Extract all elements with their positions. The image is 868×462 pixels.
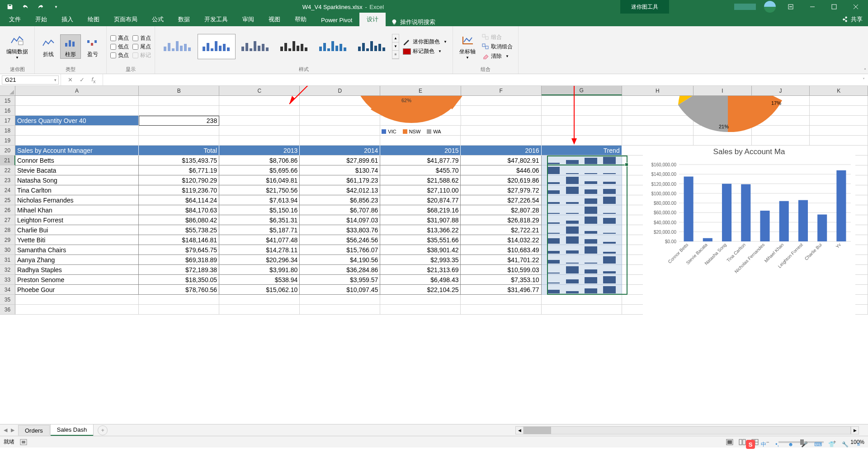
share-button[interactable]: 共享 — [842, 15, 863, 24]
manager-name[interactable]: Tina Carlton — [15, 185, 139, 195]
row-header-28[interactable]: 28 — [0, 225, 15, 235]
tab-power-pivot[interactable]: Power Pivot — [314, 14, 359, 26]
manager-2015[interactable]: $21,588.62 — [380, 175, 461, 185]
manager-name[interactable]: Leighton Forrest — [15, 215, 139, 225]
save-button[interactable] — [4, 1, 16, 12]
cell-E36[interactable] — [380, 305, 461, 315]
minimize-button[interactable] — [802, 0, 823, 14]
last-point-checkbox[interactable]: 尾点 — [132, 43, 151, 51]
manager-2014[interactable]: $4,190.56 — [300, 255, 380, 265]
tray-emoji-icon[interactable]: ☻ — [786, 439, 796, 449]
style-item-6[interactable] — [353, 34, 391, 59]
row-header-15[interactable]: 15 — [0, 96, 15, 106]
column-header-C[interactable]: C — [219, 86, 300, 95]
manager-2014[interactable]: $14,097.03 — [300, 215, 380, 225]
tab-insert[interactable]: 插入 — [54, 13, 80, 26]
edit-data-button[interactable]: 编辑数据 ▼ — [4, 32, 31, 61]
manager-2013[interactable]: $20,296.34 — [219, 255, 300, 265]
enter-formula-button[interactable]: ✓ — [76, 76, 87, 83]
user-avatar[interactable] — [764, 1, 776, 13]
manager-2014[interactable]: $6,856.23 — [300, 195, 380, 205]
manager-2015[interactable]: $20,874.77 — [380, 195, 461, 205]
manager-name[interactable]: Yvette Biti — [15, 235, 139, 245]
manager-2015[interactable]: $41,877.79 — [380, 156, 461, 165]
cell-F35[interactable] — [461, 295, 541, 305]
redo-button[interactable] — [34, 1, 47, 12]
style-item-2[interactable] — [198, 34, 236, 59]
manager-total[interactable]: $55,738.25 — [139, 225, 219, 235]
tab-home[interactable]: 开始 — [28, 13, 54, 26]
manager-2015[interactable]: $38,901.42 — [380, 245, 461, 255]
manager-2016[interactable]: $26,818.29 — [461, 215, 541, 225]
table-header-1[interactable]: Total — [139, 146, 219, 156]
row-header-18[interactable]: 18 — [0, 126, 15, 136]
column-header-A[interactable]: A — [15, 86, 139, 95]
cell-D35[interactable] — [300, 295, 380, 305]
sparkline-color-button[interactable]: 迷你图颜色▼ — [401, 38, 449, 46]
gallery-scroll[interactable]: ▲▼≡ — [392, 34, 399, 59]
undo-button[interactable] — [19, 1, 32, 12]
manager-total[interactable]: $119,236.70 — [139, 185, 219, 195]
sparkline-cell[interactable] — [542, 195, 622, 205]
manager-2015[interactable]: $31,907.88 — [380, 215, 461, 225]
manager-name[interactable]: Nicholas Fernandes — [15, 195, 139, 205]
manager-2016[interactable]: $10,599.03 — [461, 265, 541, 275]
row-header-36[interactable]: 36 — [0, 305, 15, 315]
cell-B35[interactable] — [139, 295, 219, 305]
manager-total[interactable]: $84,170.63 — [139, 205, 219, 215]
tab-page-layout[interactable]: 页面布局 — [107, 13, 145, 26]
tab-nav[interactable]: ◀▶ — [0, 427, 18, 433]
table-header-2[interactable]: 2013 — [219, 146, 300, 156]
sparkline-cell[interactable] — [542, 285, 622, 295]
manager-2015[interactable]: $22,104.25 — [380, 285, 461, 295]
manager-2016[interactable]: $446.06 — [461, 165, 541, 175]
manager-2013[interactable]: $14,278.11 — [219, 245, 300, 255]
row-header-34[interactable]: 34 — [0, 285, 15, 295]
first-point-checkbox[interactable]: 首点 — [132, 34, 151, 42]
sheet-tab-sales-dash[interactable]: Sales Dash — [50, 424, 94, 436]
cell-B19[interactable] — [139, 136, 219, 146]
manager-2016[interactable]: $2,722.21 — [461, 225, 541, 235]
style-item-3[interactable] — [236, 34, 274, 59]
cell-A15[interactable] — [15, 96, 139, 106]
column-header-G[interactable]: G — [542, 86, 622, 95]
column-header-F[interactable]: F — [461, 86, 542, 95]
manager-2014[interactable]: $36,284.86 — [300, 265, 380, 275]
manager-name[interactable]: Connor Betts — [15, 156, 139, 165]
row-header-33[interactable]: 33 — [0, 275, 15, 285]
tab-design[interactable]: 设计 — [359, 13, 386, 26]
manager-2016[interactable]: $27,226.54 — [461, 195, 541, 205]
sparkline-cell[interactable] — [542, 265, 622, 275]
tab-review[interactable]: 审阅 — [235, 13, 261, 26]
manager-2013[interactable]: $3,991.80 — [219, 265, 300, 275]
tray-tool-icon[interactable]: 🔧 — [840, 439, 850, 449]
tray-punct-icon[interactable]: •, — [772, 439, 782, 449]
manager-2014[interactable]: $42,012.13 — [300, 185, 380, 195]
manager-2016[interactable]: $2,807.28 — [461, 205, 541, 215]
sheet-tab-orders[interactable]: Orders — [18, 425, 50, 436]
cell-A16[interactable] — [15, 106, 139, 116]
sparkline-cell[interactable] — [542, 185, 622, 195]
qat-dropdown[interactable]: ▼ — [50, 1, 62, 12]
manager-2013[interactable]: $8,706.86 — [219, 156, 300, 165]
manager-total[interactable]: $78,760.56 — [139, 285, 219, 295]
tell-me-search[interactable]: 操作说明搜索 — [386, 18, 441, 26]
manager-2015[interactable]: $35,551.66 — [380, 235, 461, 245]
manager-name[interactable]: Aanya Zhang — [15, 255, 139, 265]
style-item-1[interactable] — [159, 34, 197, 59]
manager-total[interactable]: $18,350.05 — [139, 275, 219, 285]
manager-2014[interactable]: $6,707.86 — [300, 205, 380, 215]
name-box[interactable]: G21 — [2, 75, 59, 85]
manager-name[interactable]: Mihael Khan — [15, 205, 139, 215]
manager-total[interactable]: $120,790.29 — [139, 175, 219, 185]
sparkline-cell[interactable] — [542, 235, 622, 245]
manager-total[interactable]: $64,114.24 — [139, 195, 219, 205]
select-all-button[interactable] — [0, 86, 15, 96]
cell-G35[interactable] — [542, 295, 622, 305]
negative-point-checkbox[interactable]: 负点 — [110, 52, 129, 59]
manager-2015[interactable]: $455.70 — [380, 165, 461, 175]
manager-2015[interactable]: $2,993.35 — [380, 255, 461, 265]
line-sparkline-button[interactable]: 折线 — [38, 35, 58, 58]
manager-name[interactable]: Charlie Bui — [15, 225, 139, 235]
marker-color-button[interactable]: 标记颜色▼ — [401, 47, 449, 56]
